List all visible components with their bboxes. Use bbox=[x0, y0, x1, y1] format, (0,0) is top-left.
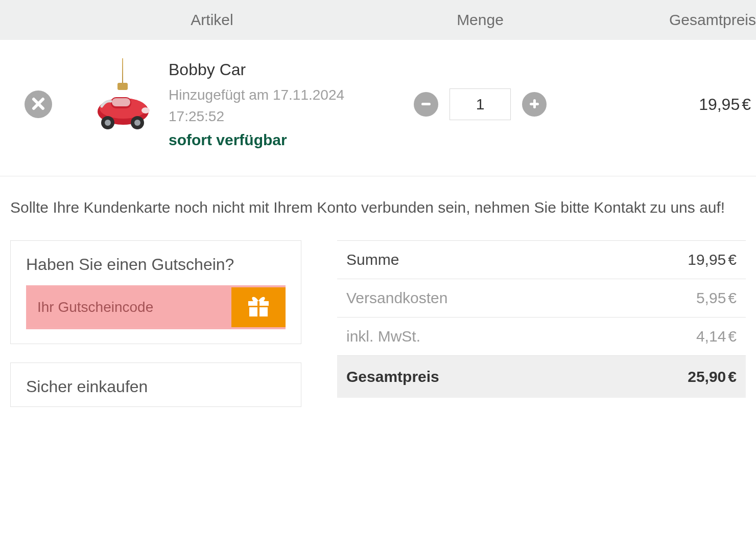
remove-item-button[interactable] bbox=[25, 90, 52, 118]
secure-shopping-panel: Sicher einkaufen bbox=[10, 362, 301, 407]
loyalty-card-notice: Sollte Ihre Kundenkarte noch nicht mit I… bbox=[0, 176, 756, 240]
lower-section: Haben Sie einen Gutschein? bbox=[0, 240, 756, 407]
svg-rect-15 bbox=[248, 306, 269, 307]
svg-point-8 bbox=[141, 107, 150, 114]
product-image bbox=[87, 58, 158, 150]
quantity-input[interactable] bbox=[450, 88, 511, 120]
summary-vat-row: inkl. MwSt. 4,14€ bbox=[337, 318, 746, 356]
apply-coupon-button[interactable] bbox=[231, 287, 286, 327]
product-name[interactable]: Bobby Car bbox=[169, 60, 378, 79]
secure-shopping-title: Sicher einkaufen bbox=[26, 377, 286, 396]
product-added-timestamp: Hinzugefügt am 17.11.2024 17:25:52 bbox=[169, 84, 378, 127]
summary-total-row: Gesamtpreis 25,90€ bbox=[337, 356, 746, 398]
summary-shipping-label: Versandkosten bbox=[346, 289, 447, 307]
cart-table: Artikel Menge Gesamtpreis bbox=[0, 0, 756, 176]
coupon-title: Haben Sie einen Gutschein? bbox=[26, 255, 286, 274]
header-total: Gesamtpreis bbox=[572, 11, 756, 29]
summary-subtotal-value: 19,95€ bbox=[688, 251, 737, 268]
coupon-code-input[interactable] bbox=[37, 299, 221, 315]
svg-rect-9 bbox=[421, 103, 431, 105]
product-availability: sofort verfügbar bbox=[169, 131, 378, 149]
cart-header: Artikel Menge Gesamtpreis bbox=[0, 0, 756, 40]
currency: € bbox=[742, 95, 751, 114]
summary-shipping-value: 5,95€ bbox=[696, 289, 737, 307]
svg-rect-14 bbox=[257, 301, 259, 316]
summary-subtotal-label: Summe bbox=[346, 251, 399, 268]
summary-vat-value: 4,14€ bbox=[696, 328, 737, 345]
summary-subtotal-row: Summe 19,95€ bbox=[337, 240, 746, 279]
coupon-panel: Haben Sie einen Gutschein? bbox=[10, 240, 301, 344]
svg-point-7 bbox=[134, 120, 140, 126]
line-price-value: 19,95 bbox=[699, 95, 740, 114]
summary-total-label: Gesamtpreis bbox=[346, 368, 439, 386]
order-summary: Summe 19,95€ Versandkosten 5,95€ inkl. M… bbox=[337, 240, 746, 407]
minus-icon bbox=[419, 97, 433, 112]
cart-row: Bobby Car Hinzugefügt am 17.11.2024 17:2… bbox=[0, 40, 756, 176]
header-quantity: Menge bbox=[388, 11, 572, 29]
plus-icon bbox=[528, 97, 541, 112]
svg-rect-3 bbox=[112, 98, 130, 106]
increase-quantity-button[interactable] bbox=[522, 92, 547, 117]
close-icon bbox=[32, 97, 45, 112]
decrease-quantity-button[interactable] bbox=[414, 92, 438, 117]
header-article: Artikel bbox=[0, 11, 388, 29]
line-item-price: 19,95€ bbox=[572, 95, 756, 114]
summary-total-value: 25,90€ bbox=[688, 368, 737, 386]
summary-vat-label: inkl. MwSt. bbox=[346, 328, 420, 345]
summary-shipping-row: Versandkosten 5,95€ bbox=[337, 279, 746, 318]
svg-point-5 bbox=[105, 120, 111, 126]
svg-rect-11 bbox=[533, 99, 536, 108]
gift-icon bbox=[244, 292, 273, 322]
